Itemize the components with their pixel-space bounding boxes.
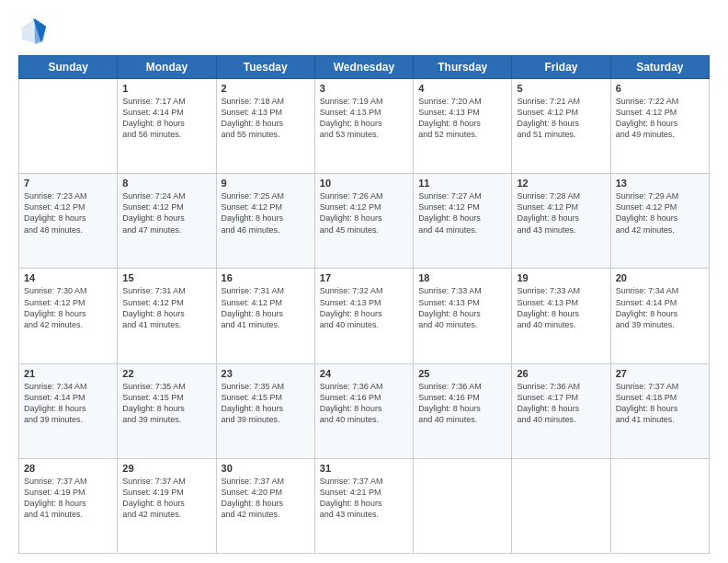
cell-info: Sunrise: 7:17 AMSunset: 4:14 PMDaylight:… (122, 96, 210, 141)
day-number: 26 (517, 368, 605, 379)
cell-info: Sunrise: 7:28 AMSunset: 4:12 PMDaylight:… (517, 190, 605, 236)
day-number: 4 (418, 83, 506, 94)
cell-info: Sunrise: 7:24 AMSunset: 4:12 PMDaylight:… (122, 190, 210, 236)
cell-info: Sunrise: 7:23 AMSunset: 4:12 PMDaylight:… (24, 190, 112, 236)
day-number: 14 (24, 272, 112, 283)
calendar-cell: 4Sunrise: 7:20 AMSunset: 4:13 PMDaylight… (414, 79, 512, 174)
calendar-cell: 3Sunrise: 7:19 AMSunset: 4:13 PMDaylight… (314, 79, 413, 174)
day-number: 25 (418, 368, 506, 379)
calendar-cell (414, 458, 512, 553)
calendar-week-5: 28Sunrise: 7:37 AMSunset: 4:19 PMDayligh… (19, 458, 710, 553)
cell-info: Sunrise: 7:26 AMSunset: 4:12 PMDaylight:… (320, 190, 408, 236)
calendar-cell: 9Sunrise: 7:25 AMSunset: 4:12 PMDaylight… (216, 174, 314, 269)
cell-info: Sunrise: 7:36 AMSunset: 4:16 PMDaylight:… (418, 381, 506, 426)
calendar-cell: 1Sunrise: 7:17 AMSunset: 4:14 PMDaylight… (118, 79, 216, 174)
day-number: 24 (320, 368, 408, 379)
cell-info: Sunrise: 7:27 AMSunset: 4:12 PMDaylight:… (418, 190, 506, 236)
day-number: 27 (616, 368, 704, 379)
calendar-cell: 2Sunrise: 7:18 AMSunset: 4:13 PMDaylight… (216, 79, 314, 174)
calendar-cell: 29Sunrise: 7:37 AMSunset: 4:19 PMDayligh… (118, 458, 216, 553)
day-number: 16 (222, 272, 310, 283)
day-number: 30 (222, 463, 310, 474)
cell-info: Sunrise: 7:33 AMSunset: 4:13 PMDaylight:… (517, 285, 605, 330)
cell-info: Sunrise: 7:34 AMSunset: 4:14 PMDaylight:… (24, 381, 112, 426)
cell-info: Sunrise: 7:37 AMSunset: 4:18 PMDaylight:… (616, 381, 704, 426)
calendar-cell: 14Sunrise: 7:30 AMSunset: 4:12 PMDayligh… (19, 269, 118, 363)
day-header-friday: Friday (512, 56, 610, 79)
calendar-cell: 28Sunrise: 7:37 AMSunset: 4:19 PMDayligh… (19, 458, 118, 553)
calendar-cell: 22Sunrise: 7:35 AMSunset: 4:15 PMDayligh… (118, 363, 216, 458)
cell-info: Sunrise: 7:19 AMSunset: 4:13 PMDaylight:… (320, 96, 408, 141)
calendar-cell: 6Sunrise: 7:22 AMSunset: 4:12 PMDaylight… (610, 79, 709, 174)
day-header-tuesday: Tuesday (216, 56, 314, 79)
day-number: 12 (517, 178, 605, 189)
calendar-cell: 23Sunrise: 7:35 AMSunset: 4:15 PMDayligh… (216, 363, 314, 458)
cell-info: Sunrise: 7:31 AMSunset: 4:12 PMDaylight:… (122, 285, 210, 330)
day-number: 10 (320, 178, 408, 189)
cell-info: Sunrise: 7:33 AMSunset: 4:13 PMDaylight:… (418, 285, 506, 330)
day-number: 18 (418, 272, 506, 283)
calendar-cell: 24Sunrise: 7:36 AMSunset: 4:16 PMDayligh… (314, 363, 413, 458)
cell-info: Sunrise: 7:20 AMSunset: 4:13 PMDaylight:… (418, 96, 506, 141)
calendar-cell: 12Sunrise: 7:28 AMSunset: 4:12 PMDayligh… (512, 174, 610, 269)
day-number: 19 (517, 272, 605, 283)
day-number: 5 (517, 83, 605, 94)
day-number: 6 (616, 83, 704, 94)
day-header-wednesday: Wednesday (314, 56, 413, 79)
cell-info: Sunrise: 7:36 AMSunset: 4:16 PMDaylight:… (320, 381, 408, 426)
calendar-cell: 17Sunrise: 7:32 AMSunset: 4:13 PMDayligh… (314, 269, 413, 363)
cell-info: Sunrise: 7:37 AMSunset: 4:21 PMDaylight:… (320, 476, 408, 521)
day-number: 8 (122, 178, 210, 189)
calendar-cell: 30Sunrise: 7:37 AMSunset: 4:20 PMDayligh… (216, 458, 314, 553)
calendar-cell: 5Sunrise: 7:21 AMSunset: 4:12 PMDaylight… (512, 79, 610, 174)
day-number: 21 (24, 368, 112, 379)
calendar-cell: 15Sunrise: 7:31 AMSunset: 4:12 PMDayligh… (118, 269, 216, 363)
cell-info: Sunrise: 7:37 AMSunset: 4:19 PMDaylight:… (122, 476, 210, 521)
cell-info: Sunrise: 7:34 AMSunset: 4:14 PMDaylight:… (616, 285, 704, 330)
day-number: 3 (320, 83, 408, 94)
calendar-cell: 8Sunrise: 7:24 AMSunset: 4:12 PMDaylight… (118, 174, 216, 269)
day-number: 28 (24, 463, 112, 474)
calendar-cell (512, 458, 610, 553)
day-number: 22 (122, 368, 210, 379)
cell-info: Sunrise: 7:29 AMSunset: 4:12 PMDaylight:… (616, 190, 704, 236)
day-number: 15 (122, 272, 210, 283)
calendar-cell: 31Sunrise: 7:37 AMSunset: 4:21 PMDayligh… (314, 458, 413, 553)
calendar-cell (610, 458, 709, 553)
calendar-cell: 18Sunrise: 7:33 AMSunset: 4:13 PMDayligh… (414, 269, 512, 363)
cell-info: Sunrise: 7:21 AMSunset: 4:12 PMDaylight:… (517, 96, 605, 141)
cell-info: Sunrise: 7:31 AMSunset: 4:12 PMDaylight:… (222, 285, 310, 330)
cell-info: Sunrise: 7:32 AMSunset: 4:13 PMDaylight:… (320, 285, 408, 330)
cell-info: Sunrise: 7:35 AMSunset: 4:15 PMDaylight:… (122, 381, 210, 426)
cell-info: Sunrise: 7:22 AMSunset: 4:12 PMDaylight:… (616, 96, 704, 141)
cell-info: Sunrise: 7:25 AMSunset: 4:12 PMDaylight:… (222, 190, 310, 236)
logo (18, 17, 51, 46)
day-number: 17 (320, 272, 408, 283)
cell-info: Sunrise: 7:37 AMSunset: 4:19 PMDaylight:… (24, 476, 112, 521)
day-number: 31 (320, 463, 408, 474)
calendar-cell: 21Sunrise: 7:34 AMSunset: 4:14 PMDayligh… (19, 363, 118, 458)
day-header-saturday: Saturday (610, 56, 709, 79)
day-number: 1 (122, 83, 210, 94)
day-number: 7 (24, 178, 112, 189)
calendar-week-4: 21Sunrise: 7:34 AMSunset: 4:14 PMDayligh… (19, 363, 710, 458)
day-number: 29 (122, 463, 210, 474)
cell-info: Sunrise: 7:37 AMSunset: 4:20 PMDaylight:… (222, 476, 310, 521)
calendar-cell: 20Sunrise: 7:34 AMSunset: 4:14 PMDayligh… (610, 269, 709, 363)
calendar-cell: 10Sunrise: 7:26 AMSunset: 4:12 PMDayligh… (314, 174, 413, 269)
calendar-cell: 7Sunrise: 7:23 AMSunset: 4:12 PMDaylight… (19, 174, 118, 269)
header (18, 17, 710, 46)
calendar-cell (19, 79, 118, 174)
calendar-cell: 27Sunrise: 7:37 AMSunset: 4:18 PMDayligh… (610, 363, 709, 458)
cell-info: Sunrise: 7:36 AMSunset: 4:17 PMDaylight:… (517, 381, 605, 426)
calendar-header-row: SundayMondayTuesdayWednesdayThursdayFrid… (19, 56, 710, 79)
calendar-week-2: 7Sunrise: 7:23 AMSunset: 4:12 PMDaylight… (19, 174, 710, 269)
page: SundayMondayTuesdayWednesdayThursdayFrid… (0, 0, 728, 563)
calendar-cell: 26Sunrise: 7:36 AMSunset: 4:17 PMDayligh… (512, 363, 610, 458)
day-header-monday: Monday (118, 56, 216, 79)
cell-info: Sunrise: 7:35 AMSunset: 4:15 PMDaylight:… (222, 381, 310, 426)
day-number: 9 (222, 178, 310, 189)
day-number: 2 (222, 83, 310, 94)
calendar-table: SundayMondayTuesdayWednesdayThursdayFrid… (18, 55, 710, 554)
day-number: 20 (616, 272, 704, 283)
